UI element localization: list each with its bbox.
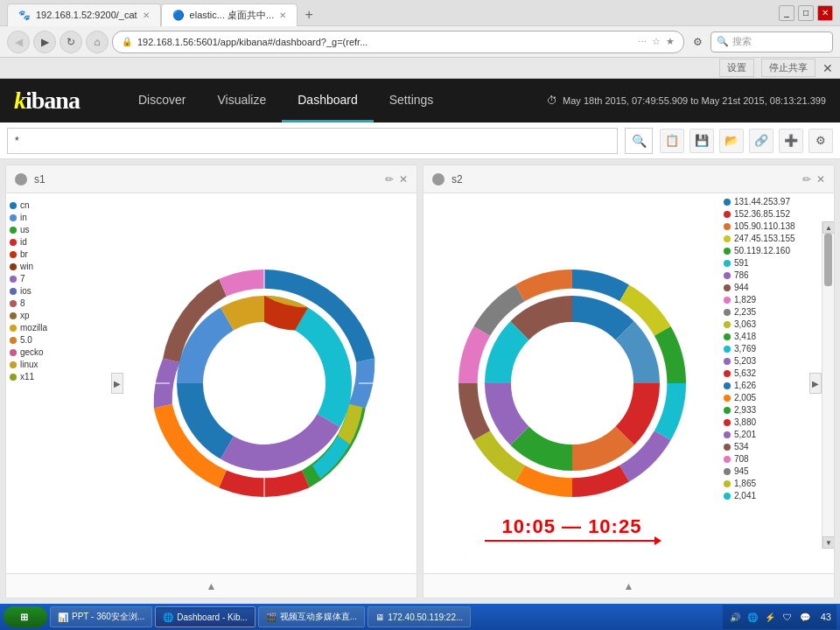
legend-item: br [10, 249, 108, 259]
nav-item-settings[interactable]: Settings [374, 79, 450, 122]
tray-icon-chat[interactable]: 💬 [798, 610, 812, 624]
browser-tab-2[interactable]: 🔵 elastic... 桌面共中... ✕ [161, 4, 298, 26]
chart-area-s2: 10:05 — 10:25 [424, 193, 720, 573]
legend-item: 152.36.85.152 [724, 209, 818, 219]
legend-toggle-s2[interactable]: ▶ [809, 373, 822, 394]
kibana-toolbar-add-icon[interactable]: ➕ [779, 129, 803, 153]
kibana-toolbar-share-icon[interactable]: 📂 [719, 129, 744, 153]
maximize-button[interactable]: □ [798, 5, 814, 21]
kibana-toolbar-options-icon[interactable]: ⚙ [808, 129, 833, 153]
panel-s1-close-icon[interactable]: ✕ [399, 173, 408, 186]
browser-search-icon: 🔍 [717, 36, 729, 47]
taskbar: ⊞ 📊 PPT - 360安全浏... 🌐 Dashboard - Kib...… [0, 604, 840, 630]
legend-item: 5,203 [724, 356, 818, 366]
legend-item: 247.45.153.155 [724, 234, 818, 243]
taskbar-btn-video[interactable]: 🎬 视频互动多媒体直... [258, 606, 365, 627]
scrollbar-down-arrow[interactable]: ▼ [822, 536, 834, 549]
nav-item-discover[interactable]: Discover [122, 79, 201, 122]
pie-chart-s2 [450, 261, 695, 506]
tab2-close[interactable]: ✕ [279, 10, 286, 20]
toolbar-icon-1[interactable]: ⚙ [688, 32, 707, 52]
taskbar-time: 43 [816, 612, 831, 622]
refresh-button[interactable]: ↻ [60, 31, 82, 53]
legend-item: ios [10, 286, 108, 296]
legend-item: 708 [724, 454, 818, 464]
kibana-toolbar-icons: 📋 💾 📂 🔗 ➕ ⚙ [660, 129, 833, 153]
tab2-label: elastic... 桌面共中... [190, 9, 275, 22]
address-options-icon[interactable]: ⋯ [638, 37, 647, 46]
legend-toggle-s1[interactable]: ▶ [111, 373, 123, 394]
kibana-logo: kibana [0, 87, 122, 115]
time-annotation: 10:05 — 10:25 [424, 515, 720, 542]
tray-icon-sound[interactable]: 🔊 [728, 610, 742, 624]
legend-item: 105.90.110.138 [724, 221, 818, 231]
chart-area-s1 [111, 193, 416, 573]
tray-icon-network[interactable]: 🌐 [746, 610, 760, 624]
dashboard-content: s1 ✏ ✕ ▶ cn in us id br win 7 ios 8 xp m… [0, 159, 840, 604]
expand-icon-s2[interactable]: ▲ [624, 580, 634, 592]
taskbar-tray: 🔊 🌐 ⚡ 🛡 💬 43 [723, 605, 836, 629]
tab1-close[interactable]: ✕ [143, 10, 150, 20]
legend-item: 591 [724, 258, 818, 268]
panel-s1-title: s1 [34, 173, 378, 186]
panel-s2-edit-icon[interactable]: ✏ [802, 173, 811, 186]
scrollbar-thumb[interactable] [824, 234, 832, 286]
extra-close-icon[interactable]: ✕ [822, 61, 833, 75]
start-button[interactable]: ⊞ [4, 606, 47, 627]
nav-item-dashboard[interactable]: Dashboard [282, 79, 374, 122]
bookmark-star-icon[interactable]: ☆ [652, 36, 661, 47]
new-tab-button[interactable]: + [298, 4, 320, 26]
panel-s1-body: ▶ cn in us id br win 7 ios 8 xp mozilla … [6, 193, 416, 573]
kibana-toolbar-open-icon[interactable]: 💾 [690, 129, 714, 153]
start-icon: ⊞ [20, 612, 28, 623]
panel-s2: s2 ✏ ✕ ▶ [423, 164, 835, 598]
extra-btn-stop-share[interactable]: 停止共享 [761, 59, 816, 77]
legend-item: gecko [10, 347, 108, 357]
lock-icon: 🔒 [122, 37, 132, 46]
close-button[interactable]: ✕ [817, 5, 833, 21]
legend-item: 3,063 [724, 319, 818, 329]
taskbar-dashboard-icon: 🌐 [163, 612, 173, 622]
kibana-time-range[interactable]: ⏱ May 18th 2015, 07:49:55.909 to May 21s… [547, 94, 840, 107]
time-end: 10:25 [588, 515, 641, 537]
panel-s2-footer: ▲ [424, 573, 834, 598]
taskbar-ppt-icon: 📊 [58, 612, 68, 622]
legend-item: 5,201 [724, 430, 818, 439]
tray-icon-power[interactable]: ⚡ [763, 610, 777, 624]
kibana-toolbar-save-icon[interactable]: 📋 [660, 129, 684, 153]
taskbar-btn-ssh[interactable]: 🖥 172.40.50.119:22... [368, 606, 471, 627]
legend-item: win [10, 262, 108, 271]
browser-search-bar[interactable]: 🔍 搜索 [710, 32, 833, 52]
kibana-toolbar-embed-icon[interactable]: 🔗 [749, 129, 774, 153]
panel-s2-scrollbar: ▲ ▼ [822, 221, 834, 549]
scrollbar-up-arrow[interactable]: ▲ [822, 221, 834, 234]
kibana-search-button[interactable]: 🔍 [625, 128, 653, 154]
address-bar[interactable]: 🔒 192.168.1.56:5601/app/kibana#/dashboar… [112, 31, 684, 53]
legend-item: 1,626 [724, 381, 818, 390]
home-button[interactable]: ⌂ [86, 31, 108, 53]
legend-item: 1,865 [724, 479, 818, 488]
legend-item: 786 [724, 270, 818, 280]
expand-icon-s1[interactable]: ▲ [206, 580, 217, 592]
taskbar-btn-ppt[interactable]: 📊 PPT - 360安全浏... [50, 606, 152, 627]
minimize-button[interactable]: _ [779, 5, 794, 21]
bookmark-icon[interactable]: ★ [666, 36, 675, 47]
taskbar-ssh-icon: 🖥 [375, 612, 384, 622]
kibana-search-input[interactable] [7, 128, 618, 154]
back-button[interactable]: ◀ [7, 31, 30, 53]
panel-s1-edit-icon[interactable]: ✏ [385, 173, 394, 186]
legend-item: 534 [724, 442, 818, 452]
extra-btn-settings[interactable]: 设置 [719, 59, 754, 77]
taskbar-btn-dashboard[interactable]: 🌐 Dashboard - Kib... [155, 606, 256, 627]
browser-tab-1[interactable]: 🐾 192.168.1.52:9200/_cat ✕ [7, 4, 161, 26]
legend-item: 5.0 [10, 335, 108, 345]
clock-icon: ⏱ [547, 94, 557, 107]
panel-s1: s1 ✏ ✕ ▶ cn in us id br win 7 ios 8 xp m… [5, 164, 417, 598]
nav-item-visualize[interactable]: Visualize [201, 79, 282, 122]
forward-button[interactable]: ▶ [33, 31, 56, 53]
panel-s2-close-icon[interactable]: ✕ [816, 173, 825, 186]
legend-item: 2,933 [724, 405, 818, 415]
browser-toolbar: ◀ ▶ ↻ ⌂ 🔒 192.168.1.56:5601/app/kibana#/… [0, 26, 840, 58]
tray-icon-security[interactable]: 🛡 [780, 610, 794, 624]
legend-item: xp [10, 311, 108, 320]
